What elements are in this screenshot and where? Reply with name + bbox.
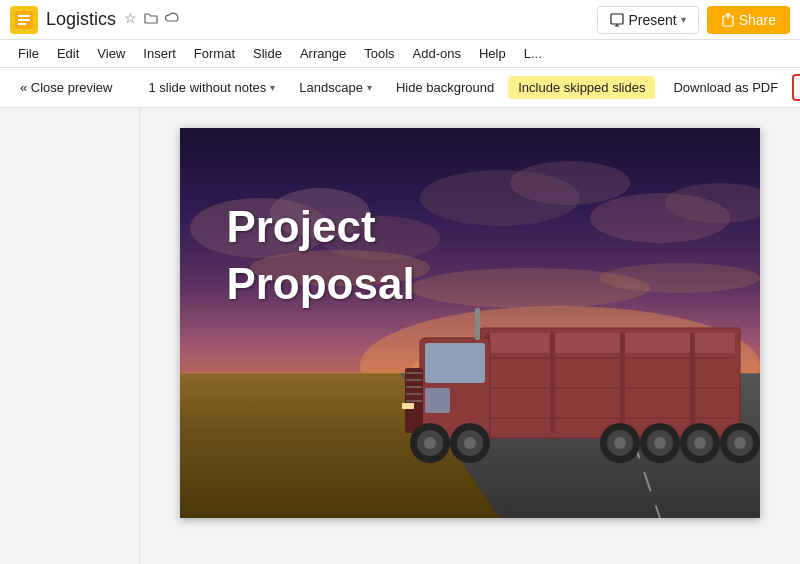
slide-title: Project Proposal [226, 198, 414, 312]
svg-rect-33 [550, 333, 555, 433]
orientation-button[interactable]: Landscape ▾ [289, 76, 382, 99]
svg-point-54 [464, 437, 476, 449]
menu-addons[interactable]: Add-ons [405, 44, 469, 63]
menu-more[interactable]: L... [516, 44, 550, 63]
present-button[interactable]: Present ▾ [597, 6, 698, 34]
print-toolbar: « Close preview 1 slide without notes ▾ … [0, 68, 800, 108]
menu-tools[interactable]: Tools [356, 44, 402, 63]
slides-option-chevron: ▾ [270, 82, 275, 93]
svg-rect-4 [611, 14, 623, 24]
main-area: Project Proposal [0, 108, 800, 564]
print-button[interactable]: Print [792, 74, 800, 101]
slide-title-line2: Proposal [226, 255, 414, 312]
svg-rect-47 [402, 403, 414, 409]
slides-option-button[interactable]: 1 slide without notes ▾ [139, 76, 286, 99]
svg-rect-1 [18, 15, 30, 17]
include-skipped-button[interactable]: Include skipped slides [508, 76, 655, 99]
svg-rect-48 [475, 308, 480, 340]
menu-view[interactable]: View [89, 44, 133, 63]
slide-preview: Project Proposal [180, 128, 760, 518]
download-pdf-button[interactable]: Download as PDF [663, 76, 788, 99]
svg-point-66 [734, 437, 746, 449]
menu-edit[interactable]: Edit [49, 44, 87, 63]
download-pdf-label: Download as PDF [673, 80, 778, 95]
present-label: Present [628, 12, 676, 28]
svg-rect-39 [425, 343, 485, 383]
star-icon[interactable]: ☆ [124, 10, 137, 29]
menu-help[interactable]: Help [471, 44, 514, 63]
share-label: Share [739, 12, 776, 28]
menu-arrange[interactable]: Arrange [292, 44, 354, 63]
slide-title-line1: Project [226, 198, 414, 255]
orientation-label: Landscape [299, 80, 363, 95]
app-title: Logistics [46, 9, 116, 30]
menu-format[interactable]: Format [186, 44, 243, 63]
slide-area: Project Proposal [140, 108, 800, 564]
orientation-chevron: ▾ [367, 82, 372, 93]
svg-point-63 [694, 437, 706, 449]
svg-rect-36 [690, 333, 695, 433]
folder-icon[interactable] [143, 10, 159, 29]
title-icons: ☆ [124, 10, 181, 29]
svg-point-51 [424, 437, 436, 449]
svg-rect-40 [425, 388, 450, 413]
close-preview-label: « Close preview [20, 80, 113, 95]
svg-point-57 [614, 437, 626, 449]
hide-bg-button[interactable]: Hide background [386, 76, 504, 99]
svg-rect-3 [18, 23, 26, 25]
hide-bg-label: Hide background [396, 80, 494, 95]
menu-bar: File Edit View Insert Format Slide Arran… [0, 40, 800, 68]
svg-rect-2 [18, 19, 30, 21]
svg-point-21 [600, 263, 760, 293]
menu-insert[interactable]: Insert [135, 44, 184, 63]
present-chevron: ▾ [681, 14, 686, 25]
svg-rect-34 [620, 333, 625, 433]
app-icon [10, 6, 38, 34]
slides-option-label: 1 slide without notes [149, 80, 267, 95]
svg-point-60 [654, 437, 666, 449]
share-button[interactable]: Share [707, 6, 790, 34]
include-skipped-label: Include skipped slides [518, 80, 645, 95]
menu-file[interactable]: File [10, 44, 47, 63]
close-preview-button[interactable]: « Close preview [10, 76, 123, 99]
left-panel [0, 108, 140, 564]
title-bar: Logistics ☆ Present ▾ Share [0, 0, 800, 40]
menu-slide[interactable]: Slide [245, 44, 290, 63]
cloud-icon[interactable] [165, 10, 181, 29]
svg-rect-28 [485, 333, 735, 353]
svg-point-16 [510, 161, 630, 205]
